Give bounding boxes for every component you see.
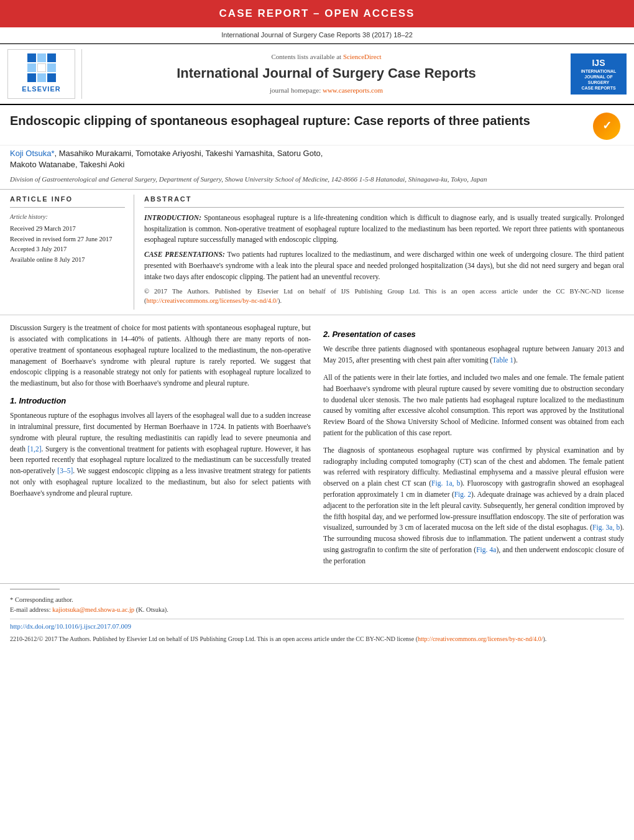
section2-para3: The diagnosis of spontaneous esophageal … bbox=[323, 445, 624, 567]
footnote-divider bbox=[10, 589, 60, 592]
ijs-logo-box: IJS INTERNATIONAL JOURNAL OF SURGERY CAS… bbox=[571, 53, 627, 95]
fig1-ref[interactable]: Fig. 1a, b bbox=[431, 479, 460, 487]
section2-para2: All of the patients were in their late f… bbox=[323, 372, 624, 439]
author-makoto: Makoto Watanabe, Takeshi Aoki bbox=[10, 160, 124, 169]
available-online-date: Available online 8 July 2017 bbox=[10, 255, 125, 265]
header-banner: CASE REPORT – OPEN ACCESS bbox=[0, 0, 634, 27]
abstract-case-label: CASE PRESENTATIONS: bbox=[144, 251, 225, 258]
sq7 bbox=[27, 73, 36, 82]
abstract-intro-label: INTRODUCTION: bbox=[144, 214, 201, 221]
authors-line: Koji Otsuka*, Masahiko Murakami, Tomotak… bbox=[0, 145, 634, 173]
ref-1-2[interactable]: [1,2] bbox=[28, 445, 42, 453]
crossmark-icon: ✓ bbox=[593, 113, 620, 140]
abstract-case: CASE PRESENTATIONS: Two patients had rup… bbox=[144, 249, 624, 282]
section2-para1: We describe three patients diagnosed wit… bbox=[323, 344, 624, 366]
abstract-heading: ABSTRACT bbox=[144, 195, 624, 207]
license-footer-text: 2210-2612/© 2017 The Authors. Published … bbox=[10, 634, 624, 644]
sq1 bbox=[27, 53, 36, 62]
homepage-text: journal homepage: www.casereports.com bbox=[88, 86, 564, 95]
email-person: (K. Otsuka). bbox=[136, 606, 168, 613]
table1-ref[interactable]: Table 1 bbox=[492, 356, 513, 364]
ijs-logo-right: IJS INTERNATIONAL JOURNAL OF SURGERY CAS… bbox=[571, 53, 627, 95]
sq9 bbox=[47, 73, 56, 82]
fig3-ref[interactable]: Fig. 3a, b bbox=[592, 524, 620, 531]
abstract-intro-text: Spontaneous esophageal rupture is a life… bbox=[144, 214, 624, 244]
body-discussion-para: Discussion Surgery is the treatment of c… bbox=[10, 323, 311, 389]
journal-title: International Journal of Surgery Case Re… bbox=[88, 64, 564, 83]
section1-text: Spontaneous rupture of the esophagus inv… bbox=[10, 410, 311, 499]
sq5 bbox=[37, 63, 46, 72]
section2-heading: 2. Presentation of cases bbox=[323, 329, 624, 340]
journal-header: ELSEVIER Contents lists available at Sci… bbox=[0, 44, 634, 104]
fig4a-ref[interactable]: Fig. 4a bbox=[476, 546, 496, 553]
article-info-abstract-section: ARTICLE INFO Article history: Received 2… bbox=[0, 189, 634, 315]
elsevier-squares bbox=[27, 53, 56, 82]
section1-heading: 1. Introduction bbox=[10, 395, 311, 407]
received-revised-date: Received in revised form 27 June 2017 bbox=[10, 234, 125, 245]
journal-citation-line: International Journal of Surgery Case Re… bbox=[0, 27, 634, 44]
sq2 bbox=[37, 53, 46, 62]
crossmark-badge: ✓ bbox=[593, 113, 624, 140]
received-date: Received 29 March 2017 bbox=[10, 224, 125, 234]
license-footer-link[interactable]: http://creativecommons.org/licenses/by-n… bbox=[418, 635, 543, 642]
copyright-link[interactable]: http://creativecommons.org/licenses/by-n… bbox=[147, 297, 278, 304]
body-right-col: 2. Presentation of cases We describe thr… bbox=[323, 323, 624, 573]
body-left-col: Discussion Surgery is the treatment of c… bbox=[10, 323, 311, 573]
copyright-text-end: ). bbox=[278, 297, 282, 304]
author-koji-otsuka: Koji Otsuka* bbox=[10, 149, 55, 158]
history-label: Article history: bbox=[10, 213, 125, 221]
abstract-intro: INTRODUCTION: Spontaneous esophageal rup… bbox=[144, 213, 624, 246]
email-line: E-mail address: kajiotsuka@med.showa-u.a… bbox=[10, 606, 624, 615]
doi-footer-link[interactable]: http://dx.doi.org/10.1016/j.ijscr.2017.0… bbox=[10, 619, 624, 631]
sq8 bbox=[37, 73, 46, 82]
article-info-heading: ARTICLE INFO bbox=[10, 195, 125, 207]
corresponding-author-note: * Corresponding author. bbox=[10, 596, 624, 605]
fig2-ref[interactable]: Fig. 2 bbox=[454, 491, 471, 498]
sq4 bbox=[27, 63, 36, 72]
body-content: Discussion Surgery is the treatment of c… bbox=[0, 315, 634, 581]
accepted-date: Accepted 3 July 2017 bbox=[10, 244, 125, 255]
article-title-section: Endoscopic clipping of spontaneous esoph… bbox=[0, 105, 634, 145]
article-info-col: ARTICLE INFO Article history: Received 2… bbox=[10, 195, 134, 310]
license-text-start: 2210-2612/© 2017 The Authors. Published … bbox=[10, 635, 418, 642]
license-text-end: ). bbox=[543, 635, 546, 642]
elsevier-logo: ELSEVIER bbox=[7, 49, 82, 98]
footer-section: * Corresponding author. E-mail address: … bbox=[0, 583, 634, 648]
abstract-col: ABSTRACT INTRODUCTION: Spontaneous esoph… bbox=[144, 195, 624, 310]
abstract-copyright: © 2017 The Authors. Published by Elsevie… bbox=[144, 287, 624, 307]
sq3 bbox=[47, 53, 56, 62]
article-title-container: Endoscopic clipping of spontaneous esoph… bbox=[10, 113, 587, 134]
affiliation-line: Division of Gastroenterological and Gene… bbox=[0, 173, 634, 189]
sq6 bbox=[47, 63, 56, 72]
ref-3-5[interactable]: [3–5] bbox=[57, 467, 73, 474]
author-masahiko: Masahiko Murakami, Tomotake Ariyoshi, Ta… bbox=[59, 149, 323, 158]
sciencedirect-link[interactable]: ScienceDirect bbox=[343, 53, 382, 60]
journal-center-info: Contents lists available at ScienceDirec… bbox=[88, 52, 564, 96]
contents-available-text: Contents lists available at ScienceDirec… bbox=[88, 52, 564, 62]
homepage-link[interactable]: www.casereports.com bbox=[323, 86, 383, 94]
article-title: Endoscopic clipping of spontaneous esoph… bbox=[10, 113, 587, 129]
email-label: E-mail address: bbox=[10, 606, 51, 613]
elsevier-brand-name: ELSEVIER bbox=[12, 85, 71, 94]
email-value[interactable]: kajiotsuka@med.showa-u.ac.jp bbox=[52, 606, 134, 613]
